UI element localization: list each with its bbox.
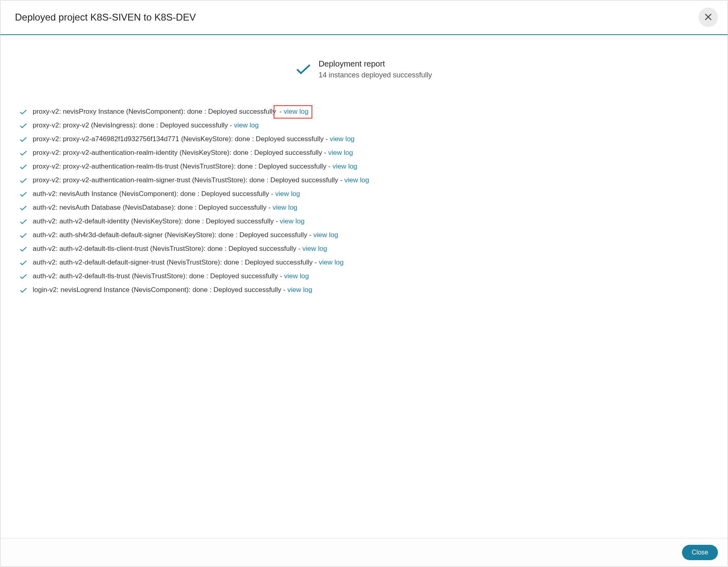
report-item-text: login-v2: nevisLogrend Instance (NevisCo… xyxy=(33,286,312,294)
report-item: auth-v2: auth-v2-default-identity (Nevis… xyxy=(20,217,708,225)
report-title: Deployment report xyxy=(318,59,432,69)
view-log-link[interactable]: view log xyxy=(280,217,304,225)
report-item: proxy-v2: proxy-v2-authentication-realm-… xyxy=(20,176,708,184)
view-log-link[interactable]: view log xyxy=(275,190,300,198)
check-icon xyxy=(20,260,27,265)
close-button[interactable]: Close xyxy=(682,545,718,560)
view-log-link[interactable]: view log xyxy=(333,163,357,170)
report-item-link-wrap: - view log xyxy=(324,135,355,143)
report-item: login-v2: nevisLogrend Instance (NevisCo… xyxy=(20,286,708,294)
report-item-link-wrap: - view log xyxy=(326,163,358,170)
report-item-link-wrap: - view log xyxy=(307,231,338,239)
check-icon xyxy=(20,191,27,197)
report-item-message: auth-v2: nevisAuth Database (NevisDataba… xyxy=(33,204,266,211)
report-header: Deployment report 14 instances deployed … xyxy=(20,59,708,79)
report-item-text: auth-v2: auth-v2-default-identity (Nevis… xyxy=(33,217,305,225)
report-item-text: auth-v2: nevisAuth Instance (NevisCompon… xyxy=(33,190,300,198)
report-item-text: auth-v2: nevisAuth Database (NevisDataba… xyxy=(33,204,297,212)
report-item-text: proxy-v2: proxy-v2-authentication-realm-… xyxy=(33,176,369,184)
report-item: proxy-v2: proxy-v2 (NevisIngress): done … xyxy=(20,121,708,129)
report-item: auth-v2: nevisAuth Database (NevisDataba… xyxy=(20,204,708,212)
report-item-link-wrap: - view log xyxy=(274,105,313,119)
modal-header: Deployed project K8S-SIVEN to K8S-DEV xyxy=(0,0,728,35)
report-item-message: proxy-v2: proxy-v2-authentication-realm-… xyxy=(33,149,322,156)
check-icon xyxy=(20,232,27,238)
check-icon xyxy=(20,109,27,115)
view-log-link[interactable]: view log xyxy=(328,149,353,156)
check-icon xyxy=(20,219,27,224)
report-item-link-wrap: - view log xyxy=(269,190,300,198)
view-log-link[interactable]: view log xyxy=(284,108,308,115)
check-icon xyxy=(20,177,27,183)
view-log-link[interactable]: view log xyxy=(284,272,309,280)
report-item-message: proxy-v2: proxy-v2-authentication-realm-… xyxy=(33,176,338,184)
report-item: auth-v2: nevisAuth Instance (NevisCompon… xyxy=(20,190,708,198)
report-item-message: auth-v2: nevisAuth Instance (NevisCompon… xyxy=(33,190,269,198)
view-log-link[interactable]: view log xyxy=(234,121,259,129)
report-list: proxy-v2: nevisProxy Instance (NevisComp… xyxy=(20,108,708,294)
report-item-text: proxy-v2: proxy-v2-authentication-realm-… xyxy=(33,149,353,157)
check-icon xyxy=(20,164,27,169)
report-item-link-wrap: - view log xyxy=(266,204,297,211)
close-icon xyxy=(704,13,713,23)
check-icon xyxy=(20,136,27,142)
view-log-link[interactable]: view log xyxy=(272,204,297,211)
modal-title: Deployed project K8S-SIVEN to K8S-DEV xyxy=(15,12,196,23)
report-item: proxy-v2: nevisProxy Instance (NevisComp… xyxy=(20,108,708,116)
report-item: proxy-v2: proxy-v2-authentication-realm-… xyxy=(20,149,708,157)
check-icon xyxy=(20,123,27,128)
report-item: auth-v2: auth-v2-default-tls-client-trus… xyxy=(20,245,708,253)
check-icon xyxy=(20,287,27,293)
report-item-text: auth-v2: auth-sh4r3d-default-default-sig… xyxy=(33,231,338,239)
check-icon xyxy=(20,205,27,211)
report-item-link-wrap: - view log xyxy=(228,121,259,129)
report-item: proxy-v2: proxy-v2-a746982f1d932756f134d… xyxy=(20,135,708,143)
report-item-link-wrap: - view log xyxy=(338,176,369,184)
report-item-message: proxy-v2: nevisProxy Instance (NevisComp… xyxy=(33,108,276,115)
view-log-link[interactable]: view log xyxy=(287,286,312,294)
view-log-link[interactable]: view log xyxy=(313,231,338,239)
report-item-text: proxy-v2: proxy-v2-authentication-realm-… xyxy=(33,163,357,171)
check-icon xyxy=(20,150,27,156)
report-item-text: proxy-v2: proxy-v2 (NevisIngress): done … xyxy=(33,121,259,129)
check-icon xyxy=(296,63,311,75)
view-log-link[interactable]: view log xyxy=(344,176,369,184)
report-item-text: proxy-v2: proxy-v2-a746982f1d932756f134d… xyxy=(33,135,355,143)
report-item-message: login-v2: nevisLogrend Instance (NevisCo… xyxy=(33,286,281,294)
report-item-link-wrap: - view log xyxy=(281,286,312,294)
report-item-message: auth-v2: auth-v2-default-identity (Nevis… xyxy=(33,217,274,225)
report-item-message: auth-v2: auth-v2-default-tls-trust (Nevi… xyxy=(33,272,278,280)
report-item-text: auth-v2: auth-v2-default-tls-trust (Nevi… xyxy=(33,272,309,280)
report-item-message: proxy-v2: proxy-v2-authentication-realm-… xyxy=(33,163,326,170)
report-item-message: auth-v2: auth-sh4r3d-default-default-sig… xyxy=(33,231,307,239)
check-icon xyxy=(20,246,27,252)
report-item-link-wrap: - view log xyxy=(322,149,353,156)
view-log-link[interactable]: view log xyxy=(330,135,354,143)
report-item-link-wrap: - view log xyxy=(313,258,344,266)
report-item-message: proxy-v2: proxy-v2 (NevisIngress): done … xyxy=(33,121,228,129)
report-item-message: proxy-v2: proxy-v2-a746982f1d932756f134d… xyxy=(33,135,324,143)
report-item-text: auth-v2: auth-v2-default-default-signer-… xyxy=(33,258,343,267)
report-item-message: auth-v2: auth-v2-default-tls-client-trus… xyxy=(33,245,296,252)
close-icon-button[interactable] xyxy=(699,8,718,27)
report-subtitle: 14 instances deployed successfully xyxy=(318,71,432,79)
deployment-modal: Deployed project K8S-SIVEN to K8S-DEV De… xyxy=(0,0,728,567)
report-item: proxy-v2: proxy-v2-authentication-realm-… xyxy=(20,163,708,171)
report-item-link-wrap: - view log xyxy=(274,217,305,225)
report-header-text: Deployment report 14 instances deployed … xyxy=(318,59,432,79)
modal-footer: Close xyxy=(0,538,728,567)
report-item-text: proxy-v2: nevisProxy Instance (NevisComp… xyxy=(33,108,312,116)
report-item-link-wrap: - view log xyxy=(278,272,309,280)
view-log-link[interactable]: view log xyxy=(319,258,343,266)
report-item: auth-v2: auth-v2-default-tls-trust (Nevi… xyxy=(20,272,708,280)
report-item-link-wrap: - view log xyxy=(296,245,327,252)
report-item: auth-v2: auth-v2-default-default-signer-… xyxy=(20,258,708,267)
report-item-message: auth-v2: auth-v2-default-default-signer-… xyxy=(33,258,313,266)
report-item-text: auth-v2: auth-v2-default-tls-client-trus… xyxy=(33,245,327,253)
view-log-link[interactable]: view log xyxy=(302,245,327,252)
report-item: auth-v2: auth-sh4r3d-default-default-sig… xyxy=(20,231,708,239)
modal-body: Deployment report 14 instances deployed … xyxy=(0,35,728,538)
check-icon xyxy=(20,273,27,279)
